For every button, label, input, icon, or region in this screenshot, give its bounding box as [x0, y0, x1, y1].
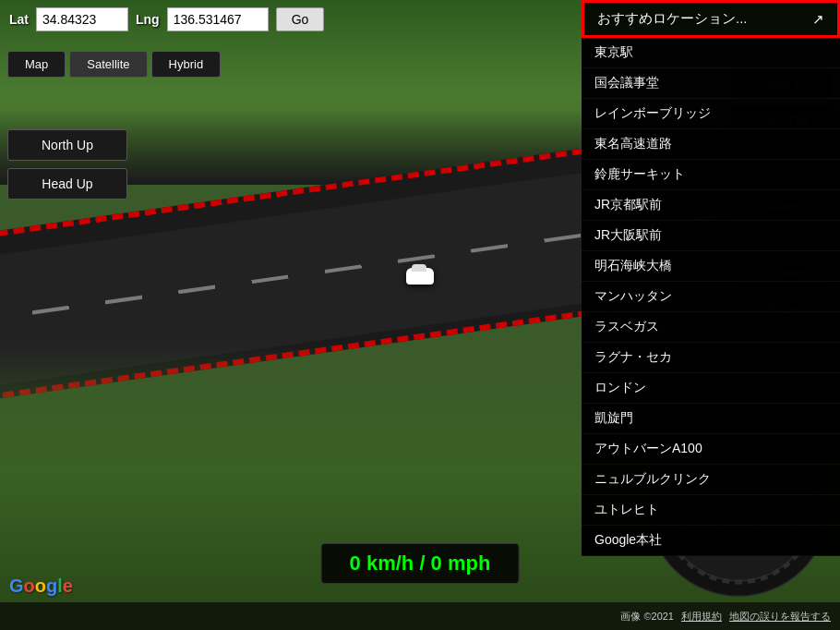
report-link[interactable]: 地図の誤りを報告する [729, 610, 831, 624]
dropdown-item[interactable]: Google本社 [582, 526, 840, 556]
dropdown-item[interactable]: JR京都駅前 [582, 190, 840, 221]
dropdown-header-text: おすすめロケーション... [597, 10, 748, 28]
bottom-bar: 画像 ©2021 利用規約 地図の誤りを報告する [0, 602, 840, 630]
map-type-map-button[interactable]: Map [7, 51, 66, 78]
dropdown-item[interactable]: 国会議事堂 [582, 68, 840, 99]
nav-buttons: North Up Head Up [7, 129, 127, 200]
speed-display: 0 km/h / 0 mph [321, 543, 520, 584]
dropdown-item[interactable]: ラグナ・セカ [582, 343, 840, 373]
go-button[interactable]: Go [276, 7, 325, 31]
google-watermark: Google [9, 575, 73, 597]
speed-text: 0 km/h / 0 mph [350, 551, 491, 575]
dropdown-item[interactable]: 鈴鹿サーキット [582, 160, 840, 190]
dropdown-item[interactable]: レインボーブリッジ [582, 99, 840, 129]
dropdown-item[interactable]: 凱旋門 [582, 404, 840, 434]
copyright-text: 画像 ©2021 [620, 610, 674, 624]
dropdown-item[interactable]: ロンドン [582, 373, 840, 404]
terms-link[interactable]: 利用規約 [681, 610, 722, 624]
dropdown-item[interactable]: ラスベガス [582, 312, 840, 343]
car-icon [406, 268, 434, 285]
lat-label: Lat [9, 12, 29, 27]
dropdown-item[interactable]: ニュルブルクリンク [582, 465, 840, 495]
dropdown-item[interactable]: マンハッタン [582, 282, 840, 312]
dropdown-item[interactable]: 東京駅 [582, 38, 840, 68]
dropdown-item[interactable]: 明石海峡大橋 [582, 251, 840, 282]
dropdown-cursor-icon: ↗ [812, 11, 824, 28]
north-up-button[interactable]: North Up [7, 129, 127, 161]
dropdown-item[interactable]: 東名高速道路 [582, 129, 840, 160]
lng-input[interactable] [167, 7, 269, 31]
map-type-buttons: Map Satellite Hybrid [7, 51, 221, 78]
map-type-hybrid-button[interactable]: Hybrid [151, 51, 222, 78]
dropdown-item[interactable]: JR大阪駅前 [582, 221, 840, 251]
dropdown-item[interactable]: アウトバーンA100 [582, 434, 840, 465]
dropdown-list: 東京駅国会議事堂レインボーブリッジ東名高速道路鈴鹿サーキットJR京都駅前JR大阪… [582, 38, 840, 556]
dropdown-item[interactable]: ユトレヒト [582, 495, 840, 526]
lat-input[interactable] [36, 7, 128, 31]
head-up-button[interactable]: Head Up [7, 168, 127, 200]
lng-label: Lng [136, 12, 160, 27]
dropdown-overlay: おすすめロケーション... ↗ 東京駅国会議事堂レインボーブリッジ東名高速道路鈴… [582, 0, 840, 556]
map-type-satellite-button[interactable]: Satellite [69, 51, 147, 78]
dropdown-header[interactable]: おすすめロケーション... ↗ [582, 0, 840, 38]
